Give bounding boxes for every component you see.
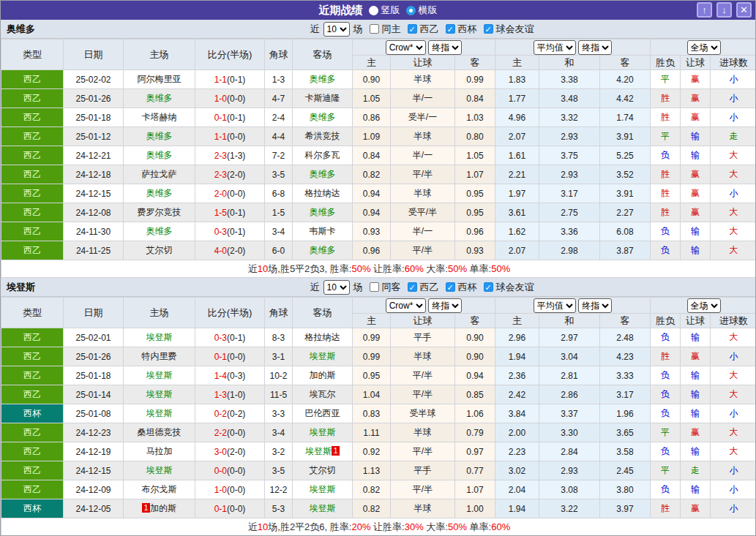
match-row: 西乙25-02-02阿尔梅里亚1-1(0-1)1-3奥维多0.90半球0.991… [1, 70, 756, 89]
odds-home-cell: 0.93 [353, 222, 391, 241]
summary-text: 让胜率: [370, 521, 404, 532]
move-up-button[interactable]: ↑ [697, 2, 712, 18]
radio-vertical-layout[interactable]: 竖版 [369, 4, 400, 17]
avg-away-cell: 1.96 [600, 404, 651, 423]
odds-home-cell: 0.90 [353, 70, 391, 89]
match-count-select[interactable]: 10 [323, 22, 350, 37]
avg-draw-cell: 3.22 [539, 499, 600, 518]
panel-title: 近期战绩 [319, 4, 363, 18]
summary-row: 近10场,胜2平2负6, 胜率:20% 让胜率:30% 大率:50% 单率:60… [1, 518, 756, 536]
score-cell: 0-1(0-0) [195, 347, 265, 366]
cup-checkbox[interactable] [446, 24, 455, 34]
handicap-result-cell: 输 [681, 328, 711, 347]
goals-result-cell: 小 [711, 70, 756, 89]
odds-handicap-cell: 平/半 [391, 241, 455, 260]
period-select[interactable]: 全场 [687, 298, 721, 313]
match-row: 西乙24-12-08费罗尔竞技1-5(0-1)1-5奥维多0.94受平/半0.9… [1, 203, 756, 222]
matches-table: 类型 日期 主场 比分(半场) 角球 客场 Crow* 终指 平均值 终指 [1, 297, 756, 536]
cup-checkbox[interactable] [446, 282, 455, 292]
score-cell: 1-1(0-1) [195, 70, 265, 89]
team-name-text: 奥维多 [310, 245, 336, 255]
friendly-checkbox[interactable] [484, 282, 493, 292]
avg-draw-cell: 3.04 [539, 347, 600, 366]
average-time-select[interactable]: 终指 [578, 40, 612, 55]
radio-horizontal-layout[interactable]: 横版 [406, 4, 438, 17]
odds-time-select[interactable]: 终指 [428, 298, 462, 313]
corner-cell: 3-3 [265, 404, 293, 423]
average-select[interactable]: 平均值 [534, 298, 576, 313]
odds-home-cell: 1.13 [353, 461, 391, 480]
wdl-result-cell: 负 [651, 385, 681, 404]
date-cell: 25-02-01 [64, 328, 124, 347]
avg-home-cell: 2.23 [495, 442, 539, 461]
fulltime-score: 1-5 [214, 208, 227, 218]
corner-cell: 4-7 [265, 89, 293, 108]
odds-away-cell: 1.03 [455, 108, 495, 127]
radio-unselected-icon[interactable] [369, 6, 378, 15]
fulltime-score: 0-1 [214, 352, 227, 362]
move-down-button[interactable]: ↓ [716, 2, 732, 18]
corner-cell: 4-4 [265, 127, 293, 146]
avg-home-cell: 2.04 [495, 480, 539, 499]
halftime-score: (0-1) [227, 113, 245, 123]
away-team-cell: 巴伦西亚 [293, 404, 353, 423]
home-team-cell: 埃登斯 [124, 328, 195, 347]
odds-home-cell: 0.83 [353, 404, 391, 423]
up-arrow-icon: ↑ [702, 4, 707, 15]
match-count-select[interactable]: 10 [323, 280, 350, 295]
average-time-select[interactable]: 终指 [578, 298, 612, 313]
avg-draw-cell: 3.75 [539, 146, 600, 165]
corner-cell: 5-3 [265, 499, 293, 518]
liga2-checkbox[interactable] [408, 282, 417, 292]
corner-cell: 3-2 [265, 442, 293, 461]
league-cell: 西乙 [1, 480, 64, 499]
home-team-cell: 埃登斯 [124, 366, 195, 385]
team-name-text: 奥维多 [310, 74, 336, 84]
avg-away-cell: 3.87 [600, 241, 651, 260]
match-row: 西杯24-12-051加的斯0-1(0-0)5-3埃登斯0.82半球1.001.… [1, 499, 756, 518]
col-corner: 角球 [265, 39, 293, 70]
away-team-cell: 埃瓦尔 [293, 385, 353, 404]
average-select[interactable]: 平均值 [534, 40, 576, 55]
avg-draw-cell: 2.84 [539, 442, 600, 461]
bookmaker-select[interactable]: Crow* [386, 298, 426, 313]
league-cell: 西乙 [1, 203, 64, 222]
result-group-header: 全场 [651, 39, 756, 56]
liga2-checkbox[interactable] [408, 24, 417, 34]
match-row: 西乙25-01-18卡塔赫纳0-1(0-1)2-4奥维多0.86受半/一1.03… [1, 108, 756, 127]
summary-text: 大率: [424, 263, 448, 274]
goals-result-cell: 走 [711, 127, 756, 146]
date-cell: 24-12-19 [64, 442, 124, 461]
team-name-text: 埃登斯 [146, 408, 173, 418]
wdl-result-cell: 负 [651, 328, 681, 347]
radio-selected-icon[interactable] [406, 6, 416, 15]
date-cell: 24-12-23 [64, 423, 124, 442]
close-button[interactable]: ✕ [736, 2, 752, 18]
fulltime-score: 2-2 [214, 428, 227, 438]
summary-text: 让胜率: [370, 263, 404, 274]
halftime-score: (0-0) [227, 352, 245, 362]
odds-away-cell: 0.95 [455, 184, 495, 203]
friendly-checkbox[interactable] [484, 24, 493, 34]
home-team-cell: 桑坦德竞技 [124, 423, 195, 442]
home-team-cell: 布尔戈斯 [124, 480, 195, 499]
same-away-checkbox[interactable] [370, 282, 379, 292]
wdl-result-cell: 平 [651, 461, 681, 480]
handicap-result-cell: 赢 [681, 184, 711, 203]
odds-time-select[interactable]: 终指 [428, 40, 462, 55]
team-name-text: 埃登斯 [146, 332, 173, 342]
home-team-cell: 1加的斯 [124, 499, 195, 518]
avg-home-cell: 2.07 [495, 241, 539, 260]
score-cell: 2-0(0-0) [195, 184, 265, 203]
col-type: 类型 [1, 298, 64, 328]
league-cell: 西乙 [1, 442, 64, 461]
avg-home-cell: 2.07 [495, 127, 539, 146]
match-row: 西乙24-12-23桑坦德竞技2-2(0-0)3-4埃登斯1.11半球0.792… [1, 423, 756, 442]
fulltime-score: 1-3 [214, 390, 227, 400]
avg-home-cell: 2.36 [495, 366, 539, 385]
match-row: 西乙25-01-14埃登斯1-3(1-0)11-5埃瓦尔1.04平/半0.852… [1, 385, 756, 404]
same-home-checkbox[interactable] [370, 24, 379, 34]
odds-handicap-cell: 平/半 [391, 165, 455, 184]
period-select[interactable]: 全场 [687, 40, 721, 55]
bookmaker-select[interactable]: Crow* [386, 40, 426, 55]
